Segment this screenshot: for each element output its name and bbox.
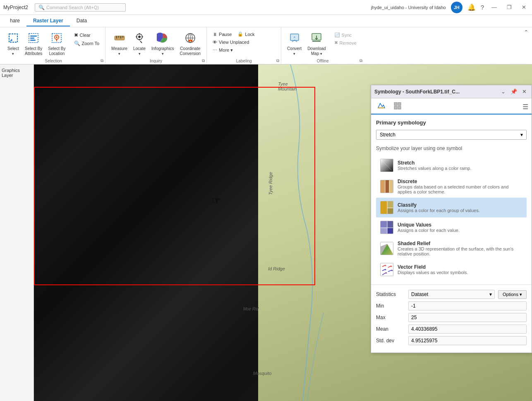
statistics-options-button[interactable]: Options ▾ (498, 290, 527, 299)
more-button[interactable]: ⋯ More ▾ (210, 47, 235, 54)
symbology-menu-button[interactable]: ☰ (522, 103, 528, 111)
command-search[interactable]: 🔍 Command Search (Alt+Q) (35, 3, 126, 12)
close-button[interactable]: ✕ (519, 3, 529, 11)
svg-line-64 (388, 270, 392, 272)
measure-button[interactable]: Measure▾ (109, 29, 130, 58)
option-discrete-icon (380, 180, 393, 193)
sync-button[interactable]: 🔃 Sync (332, 31, 359, 38)
offline-small-group: 🔃 Sync ✖ Remove (332, 30, 359, 46)
clear-label: Clear (80, 33, 91, 38)
svg-rect-47 (381, 201, 387, 214)
option-classify[interactable]: Classify Assigns a color for each group … (376, 198, 527, 217)
statistics-row: Statistics Dataset ▾ Options ▾ (376, 290, 527, 299)
labeling-expand-icon[interactable]: ⧉ (276, 58, 279, 63)
primary-symbology-title: Primary symbology (376, 119, 527, 126)
infographics-button[interactable]: Infographics▾ (149, 29, 176, 58)
symbology-tab-primary[interactable] (374, 100, 388, 115)
minimize-button[interactable]: — (489, 3, 499, 11)
svg-rect-54 (381, 228, 387, 234)
ribbon-section-labeling: ⏸ Pause 🔒 Lock 👁 View Unplaced ⋯ More ▾ (207, 27, 281, 64)
maximize-button[interactable]: ❐ (504, 3, 514, 11)
clear-button[interactable]: ✖ Clear (72, 31, 102, 39)
option-classify-desc: Assigns a color for each group of values… (398, 208, 480, 213)
select-button[interactable]: Select▾ (5, 29, 22, 58)
ribbon: Select▾ Select ByAttributes (0, 27, 532, 64)
remove-button[interactable]: ✖ Remove (332, 39, 359, 46)
symbology-title: Symbology - SouthForkLBP1.tif_C... (374, 89, 498, 95)
select-by-attributes-icon (28, 32, 39, 45)
option-shaded-relief-name: Shaded Relief (398, 241, 522, 246)
svg-line-21 (140, 41, 142, 43)
statistics-dataset-dropdown[interactable]: Dataset ▾ (408, 290, 495, 299)
user-avatar[interactable]: JH (451, 2, 463, 13)
more-icon: ⋯ (213, 48, 217, 53)
svg-rect-49 (387, 208, 393, 214)
tab-share[interactable]: hare (3, 16, 26, 26)
lock-icon: 🔒 (237, 31, 243, 37)
offline-expand-icon[interactable]: ⧉ (359, 58, 362, 63)
option-discrete[interactable]: Discrete Groups data based on a selected… (376, 175, 527, 198)
symbology-close-button[interactable]: ✕ (520, 88, 528, 95)
zoom-to-button[interactable]: 🔍 Zoom To (72, 40, 102, 47)
inquiry-expand-icon[interactable]: ⧉ (202, 58, 205, 63)
svg-rect-48 (387, 201, 393, 208)
select-by-location-button[interactable]: Select ByLocation (46, 29, 68, 58)
view-unplaced-button[interactable]: 👁 View Unplaced (210, 39, 252, 45)
symbology-header: Symbology - SouthForkLBP1.tif_C... ⌄ 📌 ✕ (371, 85, 532, 98)
remove-label: Remove (340, 41, 357, 45)
left-panel: Graphics Layer (0, 64, 34, 401)
select-by-location-icon (51, 32, 62, 45)
app-title: MyProject2 (3, 5, 28, 10)
option-stretch[interactable]: Stretch Stretches values along a color r… (376, 155, 527, 175)
mean-label: Mean (376, 326, 405, 332)
option-unique-values-name: Unique Values (398, 222, 460, 228)
select-by-attributes-label: Select ByAttributes (25, 46, 42, 56)
symbology-back-button[interactable]: ⌄ (499, 88, 507, 95)
coordinate-conversion-button[interactable]: A CoordinateConversion (177, 29, 204, 58)
help-icon[interactable]: ? (481, 4, 484, 11)
symbology-pin-button[interactable]: 📌 (509, 88, 519, 95)
search-icon: 🔍 (38, 5, 45, 10)
selection-expand-icon[interactable]: ⧉ (101, 58, 103, 63)
inquiry-group: Measure▾ Locate▾ (109, 29, 203, 58)
mean-row: Mean 4.40336895 (376, 325, 527, 334)
symbology-body: Primary symbology Stretch ▾ Symbolize yo… (371, 115, 532, 284)
zoom-to-icon: 🔍 (74, 41, 80, 46)
download-map-button[interactable]: DownloadMap ▾ (305, 29, 328, 58)
symbolize-subtitle: Symbolize your layer using one symbol (376, 146, 527, 151)
locate-button[interactable]: Locate▾ (131, 29, 148, 58)
option-vector-field-desc: Displays values as vector symbols. (398, 270, 468, 275)
lock-label: Lock (245, 32, 254, 37)
sync-icon: 🔃 (334, 32, 340, 38)
option-unique-values[interactable]: Unique Values Assigns a color for each v… (376, 217, 527, 237)
option-shaded-relief[interactable]: Shaded Relief Creates a 3D representatio… (376, 237, 527, 260)
collapse-ribbon-button[interactable]: ⌃ (524, 29, 529, 36)
symbology-dropdown-arrow: ▾ (520, 132, 523, 138)
symbology-tabs: ☰ (371, 98, 532, 115)
max-value: 25 (408, 313, 527, 322)
ribbon-section-inquiry: Measure▾ Locate▾ (105, 27, 207, 64)
convert-button[interactable]: A Convert▾ (285, 29, 304, 58)
svg-rect-38 (394, 106, 397, 109)
select-by-attributes-button[interactable]: Select ByAttributes (22, 29, 45, 58)
option-vector-field[interactable]: Vector Field Displays values as vector s… (376, 260, 527, 279)
lock-button[interactable]: 🔒 Lock (235, 31, 257, 38)
measure-icon (114, 32, 125, 45)
offline-label: Offline (281, 59, 364, 63)
ribbon-section-offline: A Convert▾ DownloadMap ▾ (281, 27, 364, 64)
option-unique-values-desc: Assigns a color for each value. (398, 228, 460, 233)
selection-main-group: Select▾ Select ByAttributes (5, 29, 68, 58)
map-label-creek: Moe Rid (243, 307, 259, 311)
tab-raster-layer[interactable]: Raster Layer (26, 16, 70, 26)
select-by-location-label: Select ByLocation (48, 46, 65, 56)
svg-text:A: A (189, 40, 191, 42)
map-label-tyee-ridge: Tyee Ridge (268, 172, 273, 195)
notification-icon[interactable]: 🔔 (467, 3, 476, 11)
pause-button[interactable]: ⏸ Pause (210, 31, 234, 38)
convert-label: Convert▾ (287, 46, 302, 56)
symbology-dropdown[interactable]: Stretch ▾ (376, 130, 527, 140)
tab-data[interactable]: Data (70, 16, 93, 26)
download-map-icon (311, 32, 322, 45)
stddev-row: Std. dev 4.95125975 (376, 336, 527, 345)
symbology-tab-secondary[interactable] (391, 100, 404, 115)
